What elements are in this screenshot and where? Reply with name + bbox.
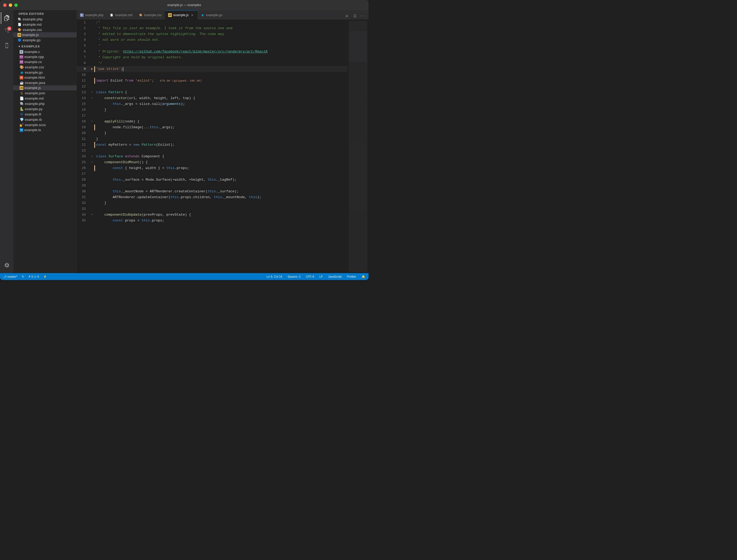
sidebar: OPEN EDITORS 🐘 example.php 📄 example.md … <box>13 10 77 273</box>
language-label: JavaScript <box>328 275 342 278</box>
fold-arrow-13[interactable]: ▾ <box>91 90 93 95</box>
sidebar-file-example-html[interactable]: H5 example.html <box>13 75 77 80</box>
code-line-25: 25 ▾ componentDidMount() { <box>77 159 347 165</box>
toggle-sidebar-button[interactable]: ☰ <box>351 12 359 20</box>
cpp-file-icon: C++ <box>20 55 23 59</box>
code-line-27: 27 <box>77 171 347 177</box>
go-icon: 🔵 <box>17 38 22 42</box>
tab-label: example.js <box>173 13 189 17</box>
sidebar-file-example-json[interactable]: {} example.json <box>13 90 77 96</box>
maximize-button[interactable] <box>14 3 18 7</box>
status-left: ⎇ master* ↻ ✗ 0 ⚠ 0 ⚡ <box>2 275 48 278</box>
sidebar-file-example-scss[interactable]: 💅 example.scss <box>13 122 77 127</box>
sidebar-file-example-js2[interactable]: JS example.js <box>13 85 77 90</box>
sidebar-file-example-css2[interactable]: 🎨 example.css <box>13 64 77 70</box>
more-actions-button[interactable]: ··· <box>359 12 367 20</box>
code-area: 1 /* 2 * This file is just an example. I… <box>77 20 347 224</box>
notification-item[interactable]: 🔔 <box>361 275 367 278</box>
cs-file-icon: C# <box>20 60 23 64</box>
warning-count: 0 <box>37 275 39 278</box>
sidebar-file-example-go[interactable]: 🔵 example.go <box>13 37 77 43</box>
git-branch-label: master* <box>7 275 17 278</box>
sidebar-item-explorer[interactable] <box>1 12 12 24</box>
code-editor[interactable]: 1 /* 2 * This file is just an example. I… <box>77 20 347 273</box>
code-line-5: 5 * <box>77 43 347 49</box>
css-tab-icon: 🎨 <box>139 13 142 17</box>
split-editor-button[interactable]: ⊞ <box>343 12 351 20</box>
sidebar-file-example-js[interactable]: JS example.js <box>13 32 77 37</box>
language-item[interactable]: JavaScript <box>327 275 343 278</box>
scss-file-icon: 💅 <box>20 123 24 127</box>
code-line-21: 21 } <box>77 136 347 142</box>
code-line-13: 13 ▾ class Pattern { <box>77 90 347 95</box>
code-line-26: 26 const { height, width } = this.props; <box>77 165 347 171</box>
code-line-29: 29 <box>77 183 347 189</box>
refresh-item[interactable]: ↻ <box>21 275 25 278</box>
sidebar-file-example-cpp[interactable]: C++ example.cpp <box>13 54 77 59</box>
code-line-1: 1 /* <box>77 20 347 25</box>
tab-label: example.go <box>206 13 222 17</box>
sidebar-file-example-css[interactable]: 🎨 example.css <box>13 27 77 32</box>
sidebar-file-example-php[interactable]: 🐘 example.php <box>13 16 77 22</box>
spaces-item[interactable]: Spaces: 2 <box>287 275 302 278</box>
sidebar-file-example-cs[interactable]: C# example.cs <box>13 59 77 64</box>
sidebar-file-example-md[interactable]: 📄 example.md <box>13 22 77 27</box>
code-line-30: 30 this._mountNode = ARTRenderer.createC… <box>77 189 347 194</box>
position-item[interactable]: Ln 9, Col 14 <box>266 275 283 278</box>
code-line-10: 10 <box>77 72 347 78</box>
tab-example-js[interactable]: JS example.js × <box>165 10 198 20</box>
json-file-icon: {} <box>20 91 24 95</box>
line-ending-label: LF <box>319 275 323 278</box>
fold-arrow-24[interactable]: ▾ <box>91 154 93 159</box>
tab-close-button[interactable]: × <box>190 13 194 17</box>
sidebar-file-example-py[interactable]: 🐍 example.py <box>13 106 77 112</box>
tab-label: example.css <box>144 13 162 17</box>
line-ending-item[interactable]: LF <box>318 275 324 278</box>
lightning-icon: ⚡ <box>43 275 47 278</box>
tab-example-go[interactable]: ◉ example.go <box>198 10 226 20</box>
fold-arrow-18[interactable]: ▾ <box>91 119 93 125</box>
fold-arrow-25[interactable]: ▾ <box>91 159 93 165</box>
warning-icon: ⚠ <box>34 275 37 278</box>
sidebar-file-example-java[interactable]: ☕ example.java <box>13 80 77 85</box>
git-branch-item[interactable]: ⎇ master* <box>2 275 19 278</box>
sidebar-item-extensions[interactable] <box>1 40 12 51</box>
encoding-item[interactable]: UTF-8 <box>305 275 315 278</box>
tab-example-css[interactable]: 🎨 example.css <box>136 10 165 20</box>
titlebar: example.js — examples <box>0 0 368 10</box>
sidebar-file-example-md2[interactable]: 📄 example.md <box>13 96 77 101</box>
minimize-button[interactable] <box>9 3 12 7</box>
rb-file-icon: 💎 <box>20 117 24 122</box>
js-tab-icon: JS <box>168 13 172 17</box>
fold-arrow-34[interactable]: ▾ <box>91 212 93 218</box>
sidebar-file-example-c[interactable]: C example.c <box>13 49 77 54</box>
go-file-icon: ◉ <box>20 70 24 74</box>
md-icon: 📄 <box>17 22 22 26</box>
sidebar-file-example-php2[interactable]: 🐘 example.php <box>13 101 77 106</box>
sidebar-file-example-r[interactable]: R example.R <box>13 112 77 117</box>
code-line-23: 23 <box>77 148 347 154</box>
code-line-14: 14 ▾ constructor(url, width, height, lef… <box>77 95 347 101</box>
sidebar-item-source-control[interactable]: 12 <box>1 25 12 37</box>
formatter-label: Prettier <box>347 275 356 278</box>
settings-icon[interactable] <box>1 259 12 271</box>
formatter-item[interactable]: Prettier <box>346 275 358 278</box>
errors-item[interactable]: ✗ 0 ⚠ 0 <box>27 275 40 278</box>
line-indicator-arrow: ▶ <box>91 66 93 72</box>
lightning-item[interactable]: ⚡ <box>42 275 48 278</box>
sidebar-file-example-rb[interactable]: 💎 example.rb <box>13 117 77 122</box>
sidebar-file-example-go2[interactable]: ◉ example.go <box>13 70 77 75</box>
html-file-icon: H5 <box>20 76 23 79</box>
source-control-badge: 12 <box>7 26 11 31</box>
fold-arrow-14[interactable]: ▾ <box>91 95 93 101</box>
close-button[interactable] <box>3 3 7 7</box>
examples-section: ▾ EXAMPLES <box>13 43 77 49</box>
code-line-19: 19 node.fillImage(...this._args); <box>77 125 347 130</box>
tab-example-md[interactable]: 📄 example.md <box>107 10 136 20</box>
tab-label: example.md <box>115 13 132 17</box>
sidebar-file-example-ts[interactable]: TS example.ts <box>13 127 77 132</box>
tab-example-php[interactable]: 🐘 example.php <box>77 10 107 20</box>
minimap <box>347 20 368 273</box>
error-count: 0 <box>32 275 33 278</box>
code-line-8: 8 */ <box>77 60 347 66</box>
